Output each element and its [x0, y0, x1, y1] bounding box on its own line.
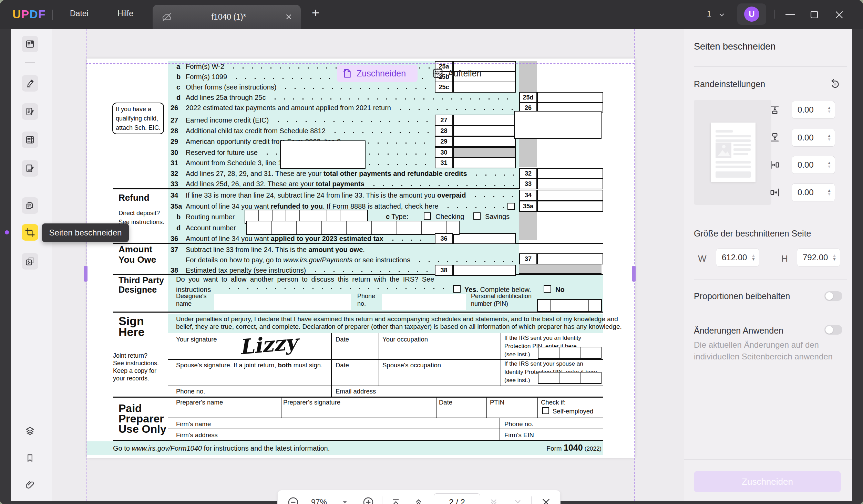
stepper[interactable]: ▲▼	[827, 189, 831, 196]
width-label: W	[698, 253, 707, 264]
tab-title: f1040 (1)*	[173, 12, 285, 22]
sidebar-item-comment[interactable]	[22, 75, 38, 92]
sidebar-item-watermark[interactable]	[22, 253, 38, 270]
bottom-margin-input[interactable]: 0.00 ▲▼	[792, 129, 835, 147]
document-canvas: Zuschneiden Aufteilen aForm(s) W-225abFo…	[52, 29, 684, 501]
table-rule	[436, 397, 436, 418]
savings-label: Savings	[485, 213, 510, 221]
form-row: 28Additional child tax credit from Sched…	[171, 126, 433, 136]
form-1040-page2: aForm(s) W-225abForm(s) 109925bcOther fo…	[87, 61, 635, 458]
divider	[774, 10, 775, 19]
close-toolbar-button[interactable]	[537, 490, 555, 504]
maximize-button[interactable]	[810, 11, 819, 19]
gray-column	[519, 61, 537, 92]
stepper[interactable]: ▲▼	[827, 161, 831, 169]
document-tab[interactable]: f1040 (1)*	[153, 5, 301, 29]
email-label: Email address	[336, 388, 376, 395]
account-button[interactable]: U	[737, 3, 766, 25]
ipp-self-label: (see inst.)	[504, 351, 530, 358]
crop-guide-left[interactable]	[86, 29, 86, 501]
sidebar-item-fill-sign[interactable]	[22, 160, 38, 177]
last-page-button[interactable]	[509, 490, 526, 504]
stepper[interactable]: ▲▼	[827, 134, 831, 141]
minimize-button[interactable]	[785, 14, 796, 15]
designee-phone-box	[382, 294, 466, 310]
taxpayer-signature: Lizzy	[238, 330, 298, 359]
new-tab-button[interactable]: +	[312, 6, 319, 20]
spouse-occupation-label: Spouse's occupation	[382, 361, 441, 369]
crop-guide-right[interactable]	[634, 29, 635, 501]
form-row: 33Add lines 25d, 26, and 32. These are y…	[171, 179, 517, 189]
width-input[interactable]: 612.00 ▲▼	[716, 249, 759, 266]
zoom-level[interactable]: 97%	[305, 490, 333, 504]
margins-label: Randeinstellungen	[694, 79, 765, 89]
amount-box	[453, 265, 516, 276]
form-row: 32Add lines 27, 28, 29, and 31. These ar…	[171, 168, 517, 179]
left-margin-value: 0.00	[798, 160, 827, 170]
right-margin-input[interactable]: 0.00 ▲▼	[792, 183, 835, 201]
logo-letter: P	[21, 8, 30, 21]
window-close-button[interactable]	[835, 11, 843, 19]
apply-changes-toggle[interactable]	[824, 325, 842, 335]
checkbox-savings	[473, 212, 481, 220]
zoom-in-button[interactable]	[360, 490, 376, 504]
sidebar-item-edit[interactable]	[22, 103, 38, 120]
crop-apply-button[interactable]: Zuschneiden	[694, 471, 841, 492]
top-margin-input[interactable]: 0.00 ▲▼	[792, 101, 835, 119]
designee-phone-label: no.	[357, 300, 366, 307]
page-count-badge[interactable]: 1	[707, 9, 711, 19]
date-label: Date	[439, 399, 452, 406]
titlebar: UPDF Datei Hilfe f1040 (1)* + 1 U	[0, 0, 863, 29]
tab-close-icon[interactable]	[285, 13, 292, 21]
sidebar-item-attachment[interactable]	[22, 477, 38, 493]
sidebar	[11, 29, 52, 501]
line-tag: 34	[519, 190, 537, 201]
app-window: UPDF Datei Hilfe f1040 (1)* + 1 U	[0, 0, 863, 504]
amount-box	[453, 157, 516, 168]
table-rule	[168, 359, 603, 360]
preparer-signature-label: Preparer's signature	[283, 399, 340, 406]
sidebar-item-layers[interactable]	[22, 423, 38, 439]
keep-proportions-toggle[interactable]	[824, 291, 842, 301]
crop-pages-tooltip: Seiten beschneiden	[42, 223, 129, 242]
divider	[694, 279, 847, 280]
chevron-down-icon[interactable]	[717, 12, 726, 18]
crop-handle-left[interactable]	[84, 266, 88, 282]
section-amount-owe: You Owe	[119, 254, 156, 265]
stepper[interactable]: ▲▼	[832, 254, 836, 261]
first-page-button[interactable]	[387, 490, 404, 504]
menu-datei[interactable]: Datei	[70, 9, 89, 18]
crop-handle-right[interactable]	[632, 266, 636, 282]
height-input[interactable]: 792.00 ▲▼	[797, 249, 840, 266]
zoom-out-button[interactable]	[285, 490, 301, 504]
line-tag: 29	[435, 136, 453, 147]
sidebar-item-compare-pages[interactable]	[22, 197, 38, 214]
stepper[interactable]: ▲▼	[751, 254, 756, 261]
segmented-boxes	[246, 221, 460, 235]
left-margin-icon	[770, 160, 780, 170]
page-indicator[interactable]: 2 / 2	[434, 493, 480, 504]
crop-guide-top[interactable]	[86, 63, 635, 64]
stepper[interactable]: ▲▼	[827, 106, 831, 114]
previous-page-button[interactable]	[410, 490, 427, 504]
sidebar-item-bookmark[interactable]	[22, 450, 38, 466]
sidebar-item-reader[interactable]	[22, 36, 38, 52]
sidebar-item-organize-pages[interactable]	[22, 132, 38, 148]
note-joint-return: See instructions.	[113, 360, 159, 367]
form-row: cOther forms (see instructions)	[171, 82, 433, 92]
crop-mode-label: Zuschneiden	[357, 69, 406, 78]
left-margin-input[interactable]: 0.00 ▲▼	[792, 156, 835, 174]
split-mode-button[interactable]: Aufteilen	[432, 65, 481, 82]
note-direct-deposit: Direct deposit?	[119, 210, 160, 217]
reset-margins-button[interactable]	[829, 78, 841, 90]
designee-question: Do you want to allow another person to d…	[176, 275, 434, 283]
section-rule	[113, 243, 603, 244]
zoom-dropdown-caret[interactable]	[340, 490, 349, 504]
menu-hilfe[interactable]: Hilfe	[117, 9, 133, 18]
next-page-button[interactable]	[485, 490, 502, 504]
sidebar-item-crop-pages[interactable]	[22, 224, 38, 241]
section-sign-here: Here	[119, 325, 145, 339]
line-tag: 35a	[519, 201, 537, 212]
note-joint-return: Joint return?	[113, 352, 147, 359]
crop-mode-button[interactable]: Zuschneiden	[337, 65, 418, 82]
